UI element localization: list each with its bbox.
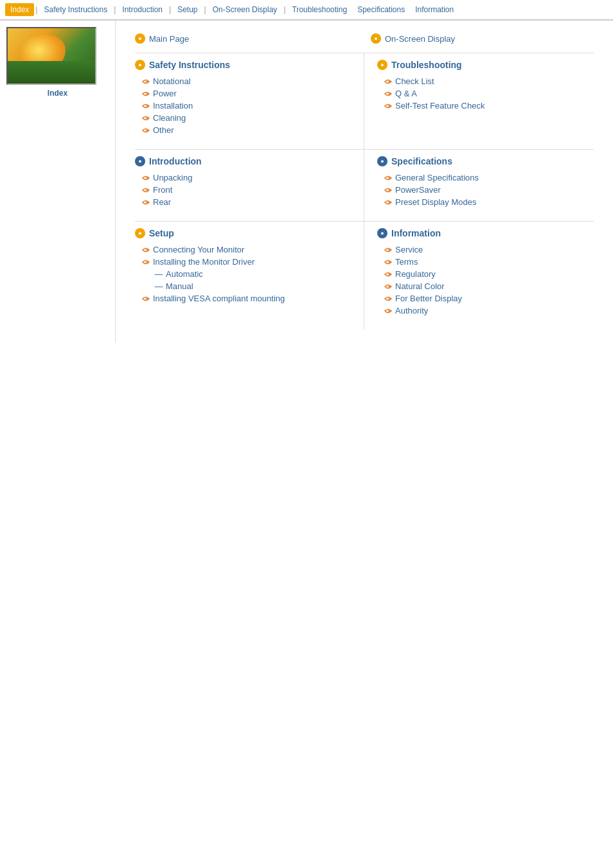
nav-introduction[interactable]: Introduction	[117, 3, 168, 16]
unpacking-link[interactable]: Unpacking	[153, 173, 192, 182]
main-layout: Index ● Main Page ● On-Screen Display ● …	[0, 21, 613, 342]
list-item: Unpacking	[135, 172, 351, 184]
information-section-icon: ●	[377, 228, 387, 238]
self-test-link[interactable]: Self-Test Feature Check	[395, 101, 484, 111]
nav-index[interactable]: Index	[5, 3, 34, 16]
notational-link[interactable]: Notational	[153, 76, 191, 86]
information-items: Service Terms Regulatory Natural Color	[377, 244, 594, 317]
other-link[interactable]: Other	[153, 125, 174, 135]
list-item: Check List	[377, 75, 594, 87]
list-item: For Better Display	[377, 292, 594, 305]
authority-link[interactable]: Authority	[395, 306, 428, 315]
list-item: Regulatory	[377, 268, 594, 280]
sidebar: Index	[0, 21, 116, 342]
safety-items: Notational Power Installation Cleaning	[135, 75, 351, 136]
arrow-icon	[141, 186, 150, 195]
arrow-icon	[384, 270, 393, 279]
information-section-title[interactable]: Information	[391, 228, 441, 238]
list-item: PowerSaver	[377, 184, 594, 196]
powersaver-link[interactable]: PowerSaver	[395, 185, 441, 195]
front-link[interactable]: Front	[153, 185, 172, 195]
section-information-header: ● Information	[377, 228, 594, 238]
troubleshooting-section-title[interactable]: Troubleshooting	[391, 60, 462, 70]
nav-sep-3: |	[168, 5, 172, 14]
nav-sep-4: |	[203, 5, 208, 14]
list-item: Installing VESA compliant mounting	[135, 292, 351, 305]
nav-sep-5: |	[282, 5, 287, 14]
section-setup-header: ● Setup	[135, 228, 351, 238]
setup-items: Connecting Your Monitor Installing the M…	[135, 244, 351, 305]
list-item: Cleaning	[135, 112, 351, 124]
list-item: Preset Display Modes	[377, 196, 594, 208]
list-item: Authority	[377, 305, 594, 317]
preset-display-link[interactable]: Preset Display Modes	[395, 197, 476, 207]
troubleshooting-section-icon: ●	[377, 60, 387, 70]
top-links-row: ● Main Page ● On-Screen Display	[135, 33, 594, 53]
arrow-icon	[141, 89, 150, 98]
main-page-link[interactable]: Main Page	[149, 34, 189, 44]
section-troubleshooting-header: ● Troubleshooting	[377, 60, 594, 70]
power-link[interactable]: Power	[153, 89, 177, 98]
navbar: Index | Safety Instructions | Introducti…	[0, 0, 613, 21]
section-safety-header: ● Safety Instructions	[135, 60, 351, 70]
specifications-section-title[interactable]: Specifications	[391, 156, 452, 166]
general-specs-link[interactable]: General Specifications	[395, 173, 479, 182]
list-item: Natural Color	[377, 280, 594, 292]
arrow-icon	[384, 186, 393, 195]
list-item: General Specifications	[377, 172, 594, 184]
osd-row: ● On-Screen Display	[358, 33, 594, 44]
arrow-icon	[141, 294, 150, 303]
cleaning-link[interactable]: Cleaning	[153, 113, 186, 123]
list-item: Installation	[135, 100, 351, 112]
setup-section-title[interactable]: Setup	[149, 228, 174, 238]
list-item: Service	[377, 244, 594, 256]
nav-troubleshooting[interactable]: Troubleshooting	[287, 3, 353, 16]
list-item: Rear	[135, 196, 351, 208]
checklist-link[interactable]: Check List	[395, 76, 434, 86]
arrow-icon	[141, 258, 150, 267]
automatic-link[interactable]: Automatic	[166, 269, 203, 279]
regulatory-link[interactable]: Regulatory	[395, 269, 436, 279]
arrow-icon	[384, 77, 393, 86]
nav-setup[interactable]: Setup	[172, 3, 202, 16]
nav-safety[interactable]: Safety Instructions	[39, 3, 112, 16]
installation-link[interactable]: Installation	[153, 101, 193, 111]
arrow-icon	[141, 245, 150, 254]
osd-link[interactable]: On-Screen Display	[385, 34, 455, 44]
rear-link[interactable]: Rear	[153, 197, 171, 207]
nav-sep-1: |	[34, 5, 39, 14]
natural-color-link[interactable]: Natural Color	[395, 281, 445, 291]
service-link[interactable]: Service	[395, 245, 423, 254]
installing-driver-link[interactable]: Installing the Monitor Driver	[153, 257, 254, 267]
section-setup: ● Setup Connecting Your Monitor Installi…	[135, 222, 364, 330]
section-specifications-header: ● Specifications	[377, 156, 594, 166]
introduction-section-title[interactable]: Introduction	[149, 156, 202, 166]
arrow-icon	[384, 89, 393, 98]
nav-specifications[interactable]: Specifications	[352, 3, 410, 16]
specifications-items: General Specifications PowerSaver Preset…	[377, 172, 594, 208]
vesa-mounting-link[interactable]: Installing VESA compliant mounting	[153, 294, 285, 303]
terms-link[interactable]: Terms	[395, 257, 418, 267]
list-item: Self-Test Feature Check	[377, 100, 594, 112]
dash-icon: —	[154, 281, 163, 291]
safety-section-title[interactable]: Safety Instructions	[149, 60, 230, 70]
nav-sep-2: |	[112, 5, 117, 14]
connecting-monitor-link[interactable]: Connecting Your Monitor	[153, 245, 244, 254]
safety-section-icon: ●	[135, 60, 145, 70]
nav-information[interactable]: Information	[410, 3, 459, 16]
list-item: Notational	[135, 75, 351, 87]
arrow-icon	[384, 282, 393, 291]
list-item: Terms	[377, 256, 594, 268]
sidebar-label[interactable]: Index	[6, 89, 109, 98]
arrow-icon	[384, 245, 393, 254]
introduction-items: Unpacking Front Rear	[135, 172, 351, 208]
arrow-icon	[141, 173, 150, 182]
section-specifications: ● Specifications General Specifications …	[364, 150, 594, 222]
qa-link[interactable]: Q & A	[395, 89, 417, 98]
nav-osd[interactable]: On-Screen Display	[208, 3, 283, 16]
section-safety: ● Safety Instructions Notational Power I…	[135, 53, 364, 150]
for-better-display-link[interactable]: For Better Display	[395, 294, 462, 303]
manual-link[interactable]: Manual	[166, 281, 193, 291]
arrow-icon	[141, 102, 150, 111]
main-page-row: ● Main Page	[135, 33, 358, 44]
